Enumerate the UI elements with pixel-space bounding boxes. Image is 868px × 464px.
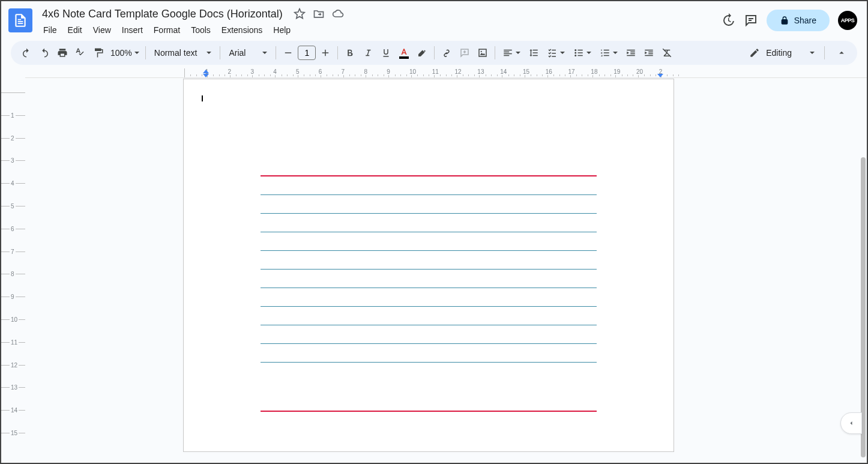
ruler-tick: 11 xyxy=(434,68,457,77)
horizontal-ruler[interactable]: 12345678910111213141516171819202 xyxy=(25,68,867,78)
page[interactable] xyxy=(184,79,674,451)
star-icon[interactable] xyxy=(294,8,306,20)
notecard-rule-line xyxy=(261,269,597,270)
style-value: Normal text xyxy=(154,48,197,58)
underline-button[interactable] xyxy=(378,44,394,61)
separator xyxy=(220,46,220,59)
main-area: 123456789101112131415 xyxy=(1,78,867,464)
numbered-list-dropdown[interactable] xyxy=(596,44,621,61)
menu-bar: File Edit View Insert Format Tools Exten… xyxy=(38,23,721,37)
paint-format-button[interactable] xyxy=(90,44,107,61)
side-panel-toggle[interactable] xyxy=(840,412,862,434)
notecard-rule-line xyxy=(261,232,597,232)
ruler-tick: 15 xyxy=(525,68,547,77)
bullet-list-dropdown[interactable] xyxy=(570,44,595,61)
menu-view[interactable]: View xyxy=(88,23,116,37)
chevron-down-icon xyxy=(516,52,520,54)
italic-button[interactable] xyxy=(360,44,376,61)
notecard-rule-line xyxy=(261,213,597,214)
ruler-tick: 12 xyxy=(457,68,480,77)
redo-button[interactable] xyxy=(36,44,53,61)
menu-format[interactable]: Format xyxy=(149,23,185,37)
share-label: Share xyxy=(794,16,816,25)
ruler-tick: 4 xyxy=(275,68,298,77)
font-size-input[interactable] xyxy=(298,46,316,60)
zoom-dropdown[interactable]: 100% xyxy=(108,48,142,58)
menu-edit[interactable]: Edit xyxy=(63,23,87,37)
comment-button[interactable] xyxy=(456,44,473,61)
right-indent-marker[interactable] xyxy=(657,74,663,77)
cloud-status-icon[interactable] xyxy=(332,8,344,20)
chevron-down-icon xyxy=(560,52,565,54)
separator xyxy=(434,46,435,59)
collapse-toolbar-button[interactable] xyxy=(833,44,850,61)
notecard-rule-line xyxy=(261,288,597,288)
left-indent-marker[interactable] xyxy=(203,74,209,77)
toolbar-container: 100% Normal text Arial Editing xyxy=(1,37,867,68)
menu-insert[interactable]: Insert xyxy=(117,23,148,37)
title-area: 4x6 Note Card Template Google Docs (Hori… xyxy=(38,6,721,37)
highlight-button[interactable] xyxy=(414,44,430,61)
first-line-indent-marker[interactable] xyxy=(203,70,209,73)
ruler-tick: 1 xyxy=(207,68,230,77)
move-icon[interactable] xyxy=(313,8,325,20)
clear-formatting-button[interactable] xyxy=(659,44,675,61)
notecard-rule-line xyxy=(261,306,597,307)
chevron-down-icon xyxy=(586,52,591,54)
separator xyxy=(495,46,495,59)
notecard-rule-line xyxy=(261,362,597,363)
chevron-down-icon xyxy=(810,52,815,54)
font-value: Arial xyxy=(229,48,246,58)
ruler-tick: 9 xyxy=(388,68,411,77)
menu-tools[interactable]: Tools xyxy=(186,23,215,37)
checklist-dropdown[interactable] xyxy=(543,44,568,61)
vertical-ruler[interactable]: 123456789101112131415 xyxy=(1,78,25,464)
font-size-increase-button[interactable] xyxy=(317,44,334,61)
account-avatar[interactable]: APPS xyxy=(838,11,857,30)
paragraph-style-dropdown[interactable]: Normal text xyxy=(149,48,217,58)
indent-increase-button[interactable] xyxy=(640,44,657,61)
print-button[interactable] xyxy=(54,44,71,61)
separator xyxy=(337,46,338,59)
comments-icon[interactable] xyxy=(744,13,758,28)
menu-help[interactable]: Help xyxy=(268,23,295,37)
text-cursor xyxy=(202,95,203,101)
zoom-value: 100% xyxy=(110,48,132,58)
ruler-tick: 5 xyxy=(298,68,321,77)
spellcheck-button[interactable] xyxy=(72,44,89,61)
align-dropdown[interactable] xyxy=(499,44,524,61)
font-dropdown[interactable]: Arial xyxy=(224,48,272,58)
menu-extensions[interactable]: Extensions xyxy=(217,23,267,37)
svg-point-1 xyxy=(575,49,577,51)
share-button[interactable]: Share xyxy=(767,10,830,31)
history-icon[interactable] xyxy=(721,13,735,28)
notecard-header-line xyxy=(261,175,597,176)
text-color-button[interactable] xyxy=(396,44,412,61)
ruler-tick: 16 xyxy=(547,68,570,77)
chevron-down-icon xyxy=(262,52,267,54)
document-canvas[interactable] xyxy=(25,78,867,464)
svg-point-2 xyxy=(575,52,577,54)
font-size-decrease-button[interactable] xyxy=(280,44,297,61)
docs-logo-icon[interactable] xyxy=(8,8,32,32)
notecard-rule-line xyxy=(261,325,597,325)
mode-label: Editing xyxy=(766,48,792,58)
notecard-template xyxy=(261,175,597,412)
indent-decrease-button[interactable] xyxy=(622,44,639,61)
app-header: 4x6 Note Card Template Google Docs (Hori… xyxy=(1,1,867,37)
toolbar: 100% Normal text Arial Editing xyxy=(11,41,857,65)
chevron-down-icon xyxy=(134,52,139,54)
undo-button[interactable] xyxy=(18,44,35,61)
menu-file[interactable]: File xyxy=(38,23,62,37)
line-spacing-button[interactable] xyxy=(525,44,542,61)
document-title[interactable]: 4x6 Note Card Template Google Docs (Hori… xyxy=(38,7,286,22)
svg-point-3 xyxy=(575,55,577,56)
editing-mode-dropdown[interactable]: Editing xyxy=(743,47,821,58)
chevron-down-icon xyxy=(206,52,211,54)
bold-button[interactable] xyxy=(342,44,358,61)
image-button[interactable] xyxy=(474,44,491,61)
separator xyxy=(276,46,276,59)
link-button[interactable] xyxy=(438,44,455,61)
ruler-tick: 13 xyxy=(479,68,502,77)
separator xyxy=(145,46,146,59)
